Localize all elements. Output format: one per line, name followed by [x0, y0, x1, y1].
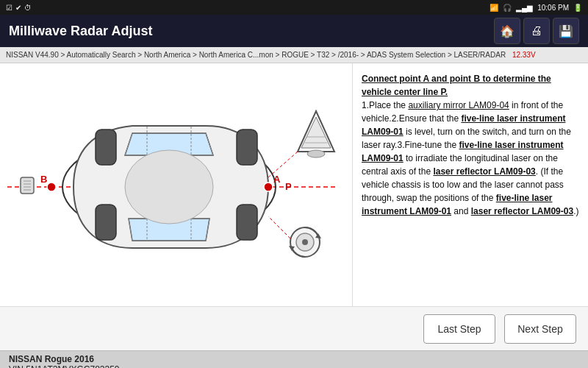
reflector-ref-2: laser reflector LAM09-03 — [471, 206, 573, 216]
svg-rect-6 — [237, 130, 257, 165]
timer-icon: ⏱ — [24, 4, 32, 12]
breadcrumb: NISSAN V44.90 > Automatically Search > N… — [0, 47, 588, 63]
instruction-heading: Connect point A and point B to determine… — [362, 74, 551, 97]
svg-rect-27 — [21, 177, 34, 194]
svg-point-23 — [302, 239, 308, 245]
main-content: A B P — [0, 63, 588, 306]
status-bar: ☑ ✔ ⏱ 📶 🎧 ▂▄▆ 10:06 PM 🔋 — [0, 0, 588, 15]
tick-icon: ✔ — [15, 4, 21, 12]
time-display: 10:06 PM — [537, 4, 569, 12]
signal-icon: ▂▄▆ — [516, 4, 533, 12]
voltage-display: 12.33V — [510, 51, 535, 59]
print-button[interactable]: 🖨 — [523, 18, 550, 44]
breadcrumb-text: NISSAN V44.90 > Automatically Search > N… — [6, 51, 506, 59]
vehicle-name: NISSAN Rogue 2016 — [9, 354, 120, 364]
vin-number: VIN 5N1AT2MVXGC783359 — [9, 364, 120, 369]
svg-text:P: P — [285, 181, 292, 192]
reflector-ref-1: laser reflector LAM09-03 — [433, 166, 535, 177]
save-button[interactable]: 💾 — [553, 18, 579, 44]
svg-text:A: A — [273, 174, 281, 185]
status-bar-left: ☑ ✔ ⏱ — [6, 4, 32, 12]
svg-rect-8 — [237, 205, 257, 240]
header-title: Milliwave Radar Adjust — [9, 24, 152, 39]
svg-point-9 — [125, 150, 213, 224]
footer-info-left: NISSAN Rogue 2016 VIN 5N1AT2MVXGC783359 — [9, 354, 120, 369]
mirror-ref: auxiliary mirror LAM09-04 — [408, 100, 509, 110]
home-button[interactable]: 🏠 — [494, 18, 520, 44]
headset-icon: 🎧 — [503, 4, 512, 12]
buttons-row: Last Step Next Step — [0, 306, 588, 350]
svg-rect-5 — [96, 130, 116, 165]
bluetooth-icon: 📶 — [490, 4, 498, 12]
laser-ref-2: five-line laser instrument LAM09-01 — [362, 140, 564, 163]
svg-rect-7 — [96, 205, 116, 240]
svg-point-19 — [307, 150, 325, 158]
car-diagram-svg: A B P — [0, 63, 353, 306]
check-icon: ☑ — [6, 4, 12, 12]
instructions-area: Connect point A and point B to determine… — [353, 63, 588, 306]
svg-point-10 — [264, 183, 273, 191]
diagram-area: A B P — [0, 63, 353, 306]
svg-text:B: B — [40, 174, 47, 185]
footer-info: NISSAN Rogue 2016 VIN 5N1AT2MVXGC783359 — [0, 350, 588, 368]
status-bar-right: 📶 🎧 ▂▄▆ 10:06 PM 🔋 — [490, 4, 582, 12]
next-step-button[interactable]: Next Step — [504, 314, 576, 344]
header-icons: 🏠 🖨 💾 — [494, 18, 579, 44]
laser-ref-1: five-line laser instrument LAM09-01 — [362, 113, 565, 137]
svg-point-12 — [47, 183, 56, 191]
header: Milliwave Radar Adjust 🏠 🖨 💾 — [0, 15, 588, 47]
battery-icon: 🔋 — [573, 4, 582, 12]
last-step-button[interactable]: Last Step — [423, 314, 495, 344]
